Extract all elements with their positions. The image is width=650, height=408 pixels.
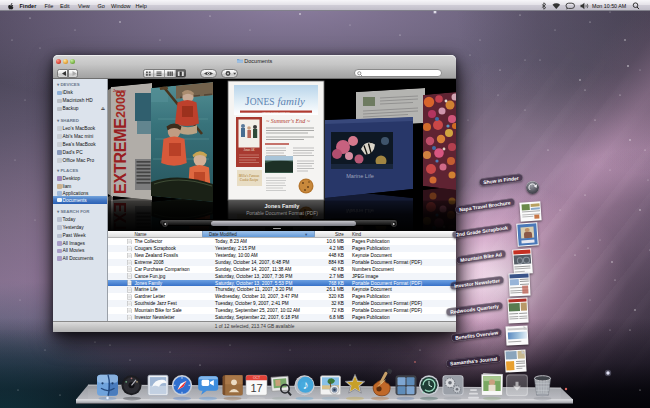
svg-text:♪: ♪ [303,378,309,392]
svg-text:OCT: OCT [253,376,260,380]
svg-text:17: 17 [250,382,262,394]
